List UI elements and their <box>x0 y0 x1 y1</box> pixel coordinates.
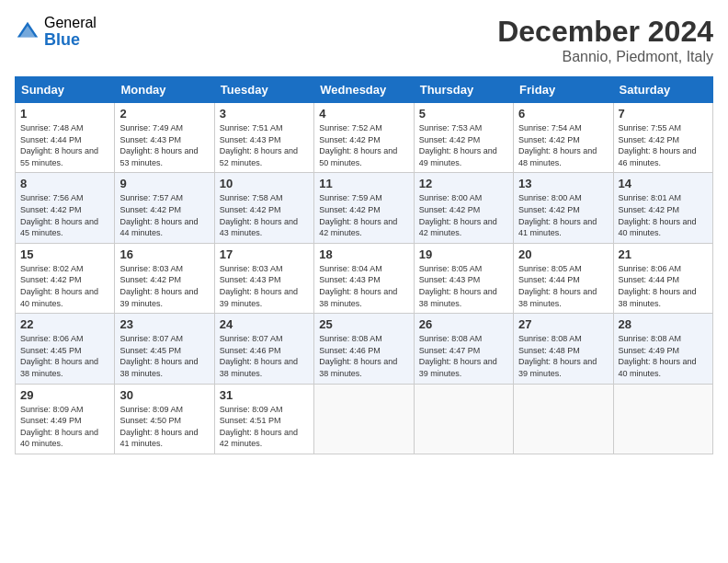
calendar-header-row: SundayMondayTuesdayWednesdayThursdayFrid… <box>16 77 713 103</box>
calendar-cell: 11Sunrise: 7:59 AM Sunset: 4:42 PM Dayli… <box>314 173 414 243</box>
calendar-cell: 7Sunrise: 7:55 AM Sunset: 4:42 PM Daylig… <box>613 103 712 173</box>
calendar-cell: 21Sunrise: 8:06 AM Sunset: 4:44 PM Dayli… <box>613 243 712 313</box>
day-info: Sunrise: 7:53 AM Sunset: 4:42 PM Dayligh… <box>419 122 508 168</box>
calendar-cell <box>414 384 513 454</box>
day-info: Sunrise: 7:57 AM Sunset: 4:42 PM Dayligh… <box>119 192 209 238</box>
day-header-wednesday: Wednesday <box>314 77 414 103</box>
day-number: 3 <box>220 107 309 121</box>
day-number: 9 <box>119 177 209 190</box>
calendar-subtitle: Bannio, Piedmont, Italy <box>497 49 713 65</box>
day-info: Sunrise: 8:03 AM Sunset: 4:42 PM Dayligh… <box>119 263 209 309</box>
day-number: 2 <box>119 107 209 121</box>
calendar-cell: 18Sunrise: 8:04 AM Sunset: 4:43 PM Dayli… <box>314 243 414 313</box>
day-info: Sunrise: 8:09 AM Sunset: 4:50 PM Dayligh… <box>119 404 209 450</box>
calendar-table: SundayMondayTuesdayWednesdayThursdayFrid… <box>15 76 713 454</box>
day-number: 17 <box>220 247 309 261</box>
day-info: Sunrise: 7:48 AM Sunset: 4:44 PM Dayligh… <box>20 122 109 168</box>
day-info: Sunrise: 8:08 AM Sunset: 4:47 PM Dayligh… <box>419 333 508 379</box>
calendar-cell: 19Sunrise: 8:05 AM Sunset: 4:43 PM Dayli… <box>414 243 513 313</box>
calendar-cell: 31Sunrise: 8:09 AM Sunset: 4:51 PM Dayli… <box>214 384 313 454</box>
day-number: 24 <box>220 317 309 331</box>
calendar-cell: 2Sunrise: 7:49 AM Sunset: 4:43 PM Daylig… <box>115 103 214 173</box>
calendar-title: December 2024 <box>497 15 713 49</box>
day-info: Sunrise: 8:05 AM Sunset: 4:44 PM Dayligh… <box>518 263 608 309</box>
calendar-cell <box>514 384 613 454</box>
day-info: Sunrise: 7:56 AM Sunset: 4:42 PM Dayligh… <box>20 192 109 238</box>
day-number: 7 <box>619 107 708 121</box>
day-number: 4 <box>319 107 408 121</box>
calendar-cell: 1Sunrise: 7:48 AM Sunset: 4:44 PM Daylig… <box>16 103 115 173</box>
day-number: 15 <box>20 247 109 261</box>
logo: General Blue <box>15 15 97 49</box>
day-info: Sunrise: 7:52 AM Sunset: 4:42 PM Dayligh… <box>319 122 408 168</box>
calendar-cell: 3Sunrise: 7:51 AM Sunset: 4:43 PM Daylig… <box>214 103 313 173</box>
day-info: Sunrise: 8:09 AM Sunset: 4:51 PM Dayligh… <box>220 404 309 450</box>
day-info: Sunrise: 8:00 AM Sunset: 4:42 PM Dayligh… <box>419 192 508 238</box>
day-info: Sunrise: 7:49 AM Sunset: 4:43 PM Dayligh… <box>119 122 209 168</box>
day-info: Sunrise: 8:00 AM Sunset: 4:42 PM Dayligh… <box>518 192 608 238</box>
logo-text: General Blue <box>44 15 97 49</box>
day-info: Sunrise: 8:01 AM Sunset: 4:42 PM Dayligh… <box>619 192 708 238</box>
calendar-cell: 17Sunrise: 8:03 AM Sunset: 4:43 PM Dayli… <box>214 243 313 313</box>
calendar-cell: 14Sunrise: 8:01 AM Sunset: 4:42 PM Dayli… <box>613 173 712 243</box>
calendar-cell: 9Sunrise: 7:57 AM Sunset: 4:42 PM Daylig… <box>115 173 214 243</box>
day-number: 13 <box>518 177 608 190</box>
calendar-cell: 30Sunrise: 8:09 AM Sunset: 4:50 PM Dayli… <box>115 384 214 454</box>
day-info: Sunrise: 8:06 AM Sunset: 4:45 PM Dayligh… <box>20 333 109 379</box>
day-number: 14 <box>619 177 708 190</box>
calendar-cell: 29Sunrise: 8:09 AM Sunset: 4:49 PM Dayli… <box>16 384 115 454</box>
calendar-cell: 23Sunrise: 8:07 AM Sunset: 4:45 PM Dayli… <box>115 314 214 384</box>
calendar-cell: 27Sunrise: 8:08 AM Sunset: 4:48 PM Dayli… <box>514 314 613 384</box>
day-number: 5 <box>419 107 508 121</box>
day-info: Sunrise: 8:09 AM Sunset: 4:49 PM Dayligh… <box>20 404 109 450</box>
calendar-cell: 6Sunrise: 7:54 AM Sunset: 4:42 PM Daylig… <box>514 103 613 173</box>
calendar-cell <box>314 384 414 454</box>
day-number: 27 <box>518 317 608 331</box>
day-number: 19 <box>419 247 508 261</box>
logo-icon <box>15 19 40 45</box>
day-header-saturday: Saturday <box>613 77 712 103</box>
day-info: Sunrise: 8:08 AM Sunset: 4:49 PM Dayligh… <box>619 333 708 379</box>
calendar-cell <box>613 384 712 454</box>
day-number: 28 <box>619 317 708 331</box>
calendar-week-row: 8Sunrise: 7:56 AM Sunset: 4:42 PM Daylig… <box>16 173 713 243</box>
day-number: 23 <box>119 317 209 331</box>
day-info: Sunrise: 8:05 AM Sunset: 4:43 PM Dayligh… <box>419 263 508 309</box>
day-number: 12 <box>419 177 508 190</box>
calendar-cell: 12Sunrise: 8:00 AM Sunset: 4:42 PM Dayli… <box>414 173 513 243</box>
day-number: 26 <box>419 317 508 331</box>
calendar-cell: 20Sunrise: 8:05 AM Sunset: 4:44 PM Dayli… <box>514 243 613 313</box>
day-header-monday: Monday <box>115 77 214 103</box>
day-number: 16 <box>119 247 209 261</box>
day-info: Sunrise: 8:06 AM Sunset: 4:44 PM Dayligh… <box>619 263 708 309</box>
day-number: 6 <box>518 107 608 121</box>
day-header-tuesday: Tuesday <box>214 77 313 103</box>
day-info: Sunrise: 8:07 AM Sunset: 4:46 PM Dayligh… <box>220 333 309 379</box>
calendar-cell: 22Sunrise: 8:06 AM Sunset: 4:45 PM Dayli… <box>16 314 115 384</box>
calendar-week-row: 1Sunrise: 7:48 AM Sunset: 4:44 PM Daylig… <box>16 103 713 173</box>
day-number: 11 <box>319 177 408 190</box>
calendar-cell: 8Sunrise: 7:56 AM Sunset: 4:42 PM Daylig… <box>16 173 115 243</box>
day-number: 8 <box>20 177 109 190</box>
calendar-cell: 5Sunrise: 7:53 AM Sunset: 4:42 PM Daylig… <box>414 103 513 173</box>
page-header: General Blue December 2024 Bannio, Piedm… <box>15 15 713 65</box>
day-number: 20 <box>518 247 608 261</box>
day-info: Sunrise: 7:58 AM Sunset: 4:42 PM Dayligh… <box>220 192 309 238</box>
day-number: 31 <box>220 388 309 402</box>
logo-blue: Blue <box>44 31 97 50</box>
day-info: Sunrise: 8:08 AM Sunset: 4:48 PM Dayligh… <box>518 333 608 379</box>
day-number: 22 <box>20 317 109 331</box>
calendar-cell: 24Sunrise: 8:07 AM Sunset: 4:46 PM Dayli… <box>214 314 313 384</box>
day-number: 30 <box>119 388 209 402</box>
day-number: 29 <box>20 388 109 402</box>
day-info: Sunrise: 8:02 AM Sunset: 4:42 PM Dayligh… <box>20 263 109 309</box>
calendar-week-row: 29Sunrise: 8:09 AM Sunset: 4:49 PM Dayli… <box>16 384 713 454</box>
calendar-week-row: 22Sunrise: 8:06 AM Sunset: 4:45 PM Dayli… <box>16 314 713 384</box>
calendar-cell: 26Sunrise: 8:08 AM Sunset: 4:47 PM Dayli… <box>414 314 513 384</box>
day-number: 10 <box>220 177 309 190</box>
day-info: Sunrise: 8:07 AM Sunset: 4:45 PM Dayligh… <box>119 333 209 379</box>
day-info: Sunrise: 7:59 AM Sunset: 4:42 PM Dayligh… <box>319 192 408 238</box>
calendar-cell: 4Sunrise: 7:52 AM Sunset: 4:42 PM Daylig… <box>314 103 414 173</box>
day-number: 18 <box>319 247 408 261</box>
day-info: Sunrise: 8:08 AM Sunset: 4:46 PM Dayligh… <box>319 333 408 379</box>
